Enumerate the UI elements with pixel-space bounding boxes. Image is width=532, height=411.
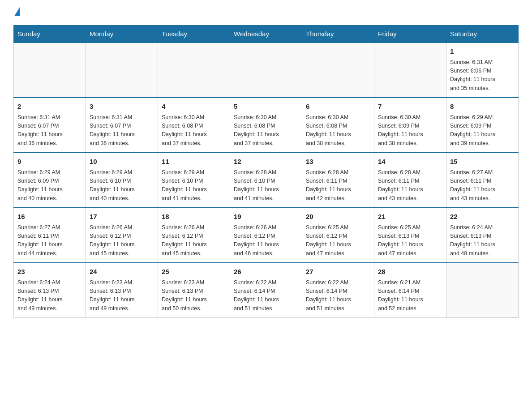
day-number: 21	[378, 212, 442, 222]
day-number: 22	[450, 212, 515, 222]
calendar-cell: 26Sunrise: 6:22 AM Sunset: 6:14 PM Dayli…	[230, 263, 302, 318]
day-number: 23	[17, 267, 82, 277]
day-info: Sunrise: 6:30 AM Sunset: 6:08 PM Dayligh…	[234, 113, 298, 148]
day-number: 19	[234, 212, 298, 222]
day-number: 3	[90, 102, 154, 112]
calendar-cell: 19Sunrise: 6:26 AM Sunset: 6:12 PM Dayli…	[230, 208, 302, 263]
day-number: 9	[17, 157, 82, 167]
week-row-2: 2Sunrise: 6:31 AM Sunset: 6:07 PM Daylig…	[14, 98, 519, 153]
calendar-cell: 3Sunrise: 6:31 AM Sunset: 6:07 PM Daylig…	[86, 98, 158, 153]
day-number: 6	[306, 102, 370, 112]
calendar-cell: 8Sunrise: 6:29 AM Sunset: 6:09 PM Daylig…	[446, 98, 519, 153]
week-row-5: 23Sunrise: 6:24 AM Sunset: 6:13 PM Dayli…	[14, 263, 519, 318]
day-info: Sunrise: 6:21 AM Sunset: 6:14 PM Dayligh…	[378, 278, 442, 313]
day-number: 14	[378, 157, 442, 167]
calendar-cell: 27Sunrise: 6:22 AM Sunset: 6:14 PM Dayli…	[302, 263, 374, 318]
calendar-cell	[302, 43, 374, 98]
calendar-cell: 24Sunrise: 6:23 AM Sunset: 6:13 PM Dayli…	[86, 263, 158, 318]
calendar-cell: 6Sunrise: 6:30 AM Sunset: 6:08 PM Daylig…	[302, 98, 374, 153]
day-number: 20	[306, 212, 370, 222]
calendar-cell	[446, 263, 519, 318]
calendar-cell: 9Sunrise: 6:29 AM Sunset: 6:09 PM Daylig…	[14, 153, 86, 208]
calendar-cell	[230, 43, 302, 98]
logo	[13, 9, 20, 16]
calendar-cell: 21Sunrise: 6:25 AM Sunset: 6:13 PM Dayli…	[374, 208, 446, 263]
day-info: Sunrise: 6:23 AM Sunset: 6:13 PM Dayligh…	[90, 278, 154, 313]
day-number: 15	[450, 157, 515, 167]
day-info: Sunrise: 6:22 AM Sunset: 6:14 PM Dayligh…	[306, 278, 370, 313]
day-number: 16	[17, 212, 82, 222]
day-info: Sunrise: 6:30 AM Sunset: 6:08 PM Dayligh…	[306, 113, 370, 148]
day-number: 10	[90, 157, 154, 167]
day-info: Sunrise: 6:23 AM Sunset: 6:13 PM Dayligh…	[162, 278, 226, 313]
week-row-1: 1Sunrise: 6:31 AM Sunset: 6:06 PM Daylig…	[14, 43, 519, 98]
day-info: Sunrise: 6:31 AM Sunset: 6:07 PM Dayligh…	[17, 113, 82, 148]
calendar-cell: 15Sunrise: 6:27 AM Sunset: 6:11 PM Dayli…	[446, 153, 519, 208]
day-info: Sunrise: 6:27 AM Sunset: 6:11 PM Dayligh…	[17, 223, 82, 258]
days-of-week-row: SundayMondayTuesdayWednesdayThursdayFrid…	[14, 26, 519, 43]
day-info: Sunrise: 6:26 AM Sunset: 6:12 PM Dayligh…	[234, 223, 298, 258]
day-info: Sunrise: 6:25 AM Sunset: 6:13 PM Dayligh…	[378, 223, 442, 258]
day-of-week-header-thursday: Thursday	[302, 26, 374, 43]
calendar-cell: 10Sunrise: 6:29 AM Sunset: 6:10 PM Dayli…	[86, 153, 158, 208]
day-info: Sunrise: 6:22 AM Sunset: 6:14 PM Dayligh…	[234, 278, 298, 313]
day-number: 2	[17, 102, 82, 112]
day-info: Sunrise: 6:26 AM Sunset: 6:12 PM Dayligh…	[162, 223, 226, 258]
day-of-week-header-tuesday: Tuesday	[158, 26, 230, 43]
day-number: 18	[162, 212, 226, 222]
day-number: 5	[234, 102, 298, 112]
calendar-cell: 4Sunrise: 6:30 AM Sunset: 6:08 PM Daylig…	[158, 98, 230, 153]
day-number: 8	[450, 102, 515, 112]
day-of-week-header-wednesday: Wednesday	[230, 26, 302, 43]
calendar-cell: 23Sunrise: 6:24 AM Sunset: 6:13 PM Dayli…	[14, 263, 86, 318]
calendar-cell	[14, 43, 86, 98]
day-number: 24	[90, 267, 154, 277]
day-of-week-header-saturday: Saturday	[446, 26, 519, 43]
day-number: 26	[234, 267, 298, 277]
calendar-cell: 25Sunrise: 6:23 AM Sunset: 6:13 PM Dayli…	[158, 263, 230, 318]
day-info: Sunrise: 6:29 AM Sunset: 6:09 PM Dayligh…	[17, 168, 82, 203]
day-info: Sunrise: 6:28 AM Sunset: 6:11 PM Dayligh…	[306, 168, 370, 203]
calendar-header: SundayMondayTuesdayWednesdayThursdayFrid…	[14, 26, 519, 43]
week-row-4: 16Sunrise: 6:27 AM Sunset: 6:11 PM Dayli…	[14, 208, 519, 263]
calendar-cell: 20Sunrise: 6:25 AM Sunset: 6:12 PM Dayli…	[302, 208, 374, 263]
day-info: Sunrise: 6:29 AM Sunset: 6:09 PM Dayligh…	[450, 113, 515, 148]
day-info: Sunrise: 6:28 AM Sunset: 6:10 PM Dayligh…	[234, 168, 298, 203]
day-number: 7	[378, 102, 442, 112]
day-number: 17	[90, 212, 154, 222]
calendar-cell: 5Sunrise: 6:30 AM Sunset: 6:08 PM Daylig…	[230, 98, 302, 153]
calendar-cell: 1Sunrise: 6:31 AM Sunset: 6:06 PM Daylig…	[446, 43, 519, 98]
day-of-week-header-friday: Friday	[374, 26, 446, 43]
day-of-week-header-monday: Monday	[86, 26, 158, 43]
calendar-cell: 16Sunrise: 6:27 AM Sunset: 6:11 PM Dayli…	[14, 208, 86, 263]
day-info: Sunrise: 6:31 AM Sunset: 6:06 PM Dayligh…	[450, 58, 515, 93]
day-of-week-header-sunday: Sunday	[14, 26, 86, 43]
page-header	[13, 9, 519, 16]
calendar-cell: 2Sunrise: 6:31 AM Sunset: 6:07 PM Daylig…	[14, 98, 86, 153]
calendar-body: 1Sunrise: 6:31 AM Sunset: 6:06 PM Daylig…	[14, 43, 519, 318]
day-info: Sunrise: 6:26 AM Sunset: 6:12 PM Dayligh…	[90, 223, 154, 258]
day-info: Sunrise: 6:25 AM Sunset: 6:12 PM Dayligh…	[306, 223, 370, 258]
day-info: Sunrise: 6:29 AM Sunset: 6:10 PM Dayligh…	[90, 168, 154, 203]
day-number: 28	[378, 267, 442, 277]
day-number: 25	[162, 267, 226, 277]
day-info: Sunrise: 6:30 AM Sunset: 6:09 PM Dayligh…	[378, 113, 442, 148]
calendar-cell: 14Sunrise: 6:28 AM Sunset: 6:11 PM Dayli…	[374, 153, 446, 208]
day-info: Sunrise: 6:27 AM Sunset: 6:11 PM Dayligh…	[450, 168, 515, 203]
day-info: Sunrise: 6:30 AM Sunset: 6:08 PM Dayligh…	[162, 113, 226, 148]
day-info: Sunrise: 6:31 AM Sunset: 6:07 PM Dayligh…	[90, 113, 154, 148]
day-info: Sunrise: 6:29 AM Sunset: 6:10 PM Dayligh…	[162, 168, 226, 203]
day-number: 12	[234, 157, 298, 167]
week-row-3: 9Sunrise: 6:29 AM Sunset: 6:09 PM Daylig…	[14, 153, 519, 208]
calendar-cell: 7Sunrise: 6:30 AM Sunset: 6:09 PM Daylig…	[374, 98, 446, 153]
calendar-cell: 12Sunrise: 6:28 AM Sunset: 6:10 PM Dayli…	[230, 153, 302, 208]
logo-triangle-icon	[14, 7, 20, 16]
day-info: Sunrise: 6:24 AM Sunset: 6:13 PM Dayligh…	[17, 278, 82, 313]
calendar-cell: 28Sunrise: 6:21 AM Sunset: 6:14 PM Dayli…	[374, 263, 446, 318]
calendar-table: SundayMondayTuesdayWednesdayThursdayFrid…	[13, 25, 519, 318]
calendar-cell: 22Sunrise: 6:24 AM Sunset: 6:13 PM Dayli…	[446, 208, 519, 263]
calendar-cell: 18Sunrise: 6:26 AM Sunset: 6:12 PM Dayli…	[158, 208, 230, 263]
day-number: 27	[306, 267, 370, 277]
day-info: Sunrise: 6:28 AM Sunset: 6:11 PM Dayligh…	[378, 168, 442, 203]
calendar-cell	[374, 43, 446, 98]
